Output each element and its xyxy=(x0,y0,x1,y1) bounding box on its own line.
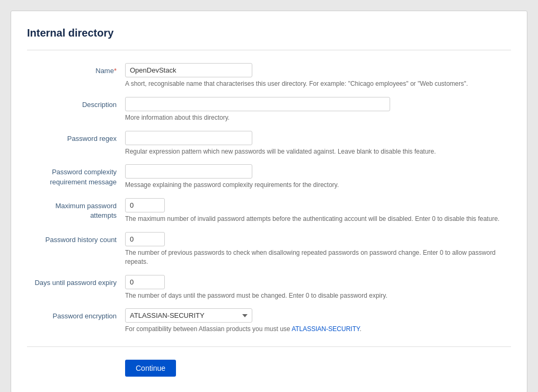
history-count-label: Password history count xyxy=(27,232,125,245)
password-regex-field-container: Regular expression pattern which new pas… xyxy=(125,131,511,156)
main-card: Internal directory Name* A short, recogn… xyxy=(11,11,527,392)
days-expiry-label: Days until password expiry xyxy=(27,275,125,288)
encryption-row: Password encryption ATLASSIAN-SECURITY M… xyxy=(27,308,511,334)
description-label: Description xyxy=(27,97,125,110)
days-expiry-field-container: The number of days until the password mu… xyxy=(125,275,511,300)
name-row: Name* A short, recognisable name that ch… xyxy=(27,63,511,88)
description-hint: More information about this directory. xyxy=(125,113,511,122)
description-input[interactable] xyxy=(125,97,390,111)
encryption-label: Password encryption xyxy=(27,308,125,321)
history-count-input[interactable] xyxy=(125,232,165,246)
password-regex-hint: Regular expression pattern which new pas… xyxy=(125,147,511,156)
password-complexity-hint: Message explaining the password complexi… xyxy=(125,181,511,190)
password-complexity-input[interactable] xyxy=(125,164,252,179)
encryption-hint: For compatibility between Atlassian prod… xyxy=(125,325,511,334)
encryption-field-container: ATLASSIAN-SECURITY MD5 SHA PLAINTEXT For… xyxy=(125,308,511,334)
name-label: Name* xyxy=(27,63,125,76)
name-input[interactable] xyxy=(125,63,252,77)
name-hint: A short, recognisable name that characte… xyxy=(125,79,511,88)
history-count-field-container: The number of previous passwords to chec… xyxy=(125,232,511,266)
history-count-row: Password history count The number of pre… xyxy=(27,232,511,266)
max-attempts-label: Maximum password attempts xyxy=(27,198,125,220)
days-expiry-hint: The number of days until the password mu… xyxy=(125,291,511,300)
page-title: Internal directory xyxy=(27,27,511,39)
description-row: Description More information about this … xyxy=(27,97,511,122)
bottom-divider xyxy=(27,346,511,347)
days-expiry-row: Days until password expiry The number of… xyxy=(27,275,511,300)
description-field-container: More information about this directory. xyxy=(125,97,511,122)
continue-button[interactable]: Continue xyxy=(125,360,176,377)
history-count-hint: The number of previous passwords to chec… xyxy=(125,248,511,266)
encryption-hint-link[interactable]: ATLASSIAN-SECURITY xyxy=(292,325,359,333)
max-attempts-row: Maximum password attempts The maximum nu… xyxy=(27,198,511,224)
days-expiry-input[interactable] xyxy=(125,275,165,289)
password-complexity-row: Password complexity requirement message … xyxy=(27,164,511,190)
max-attempts-input[interactable] xyxy=(125,198,165,212)
max-attempts-hint: The maximum number of invalid password a… xyxy=(125,215,511,224)
name-field-container: A short, recognisable name that characte… xyxy=(125,63,511,88)
password-regex-input[interactable] xyxy=(125,131,252,145)
max-attempts-field-container: The maximum number of invalid password a… xyxy=(125,198,511,224)
password-regex-label: Password regex xyxy=(27,131,125,144)
encryption-select[interactable]: ATLASSIAN-SECURITY MD5 SHA PLAINTEXT xyxy=(125,308,252,323)
password-complexity-label: Password complexity requirement message xyxy=(27,164,125,186)
password-complexity-field-container: Message explaining the password complexi… xyxy=(125,164,511,190)
password-regex-row: Password regex Regular expression patter… xyxy=(27,131,511,156)
top-divider xyxy=(27,50,511,50)
